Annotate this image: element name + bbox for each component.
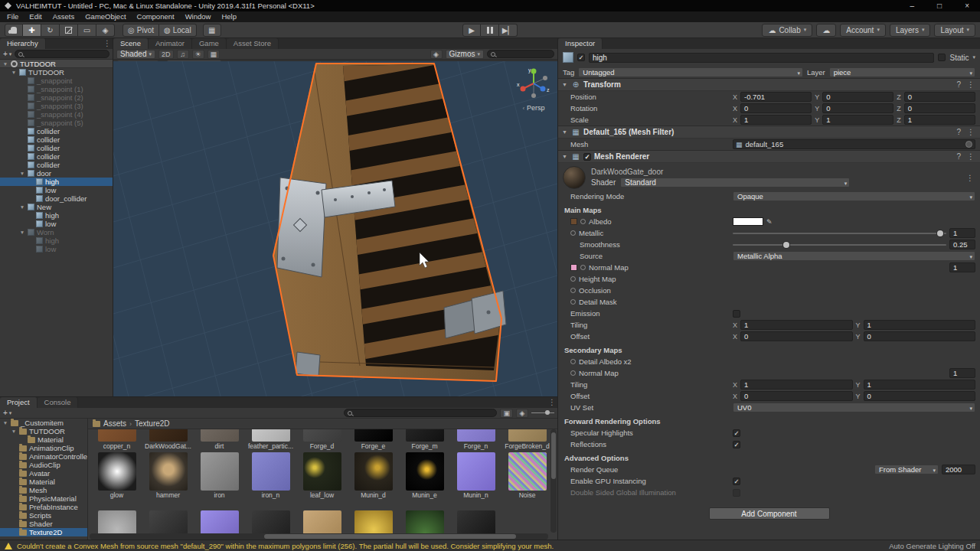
account-dropdown[interactable]: Account▾ (840, 24, 886, 37)
foldout-arrow-icon[interactable]: ▼ (2, 420, 8, 425)
asset-item[interactable] (142, 510, 194, 533)
folder-item[interactable]: Scripts (0, 511, 87, 520)
pivot-toggle[interactable]: ◎Pivot (122, 24, 159, 37)
asset-item[interactable] (399, 510, 450, 533)
hierarchy-item[interactable]: low (0, 220, 113, 228)
component-menu-icon[interactable]: ⋮ (965, 152, 976, 161)
maximize-button[interactable]: □ (937, 2, 942, 10)
tag-dropdown[interactable]: Untagged (578, 67, 803, 77)
hierarchy-item[interactable]: low (0, 186, 113, 194)
minimize-button[interactable]: – (910, 2, 915, 10)
close-button[interactable]: × (965, 2, 969, 10)
foldout-arrow-icon[interactable]: ▼ (19, 230, 25, 235)
breadcrumb-root[interactable]: Assets (103, 419, 126, 428)
menu-item[interactable]: File (2, 11, 24, 22)
tab-hierarchy[interactable]: Hierarchy (0, 38, 46, 49)
grid-snap-button[interactable]: ▦ (203, 24, 221, 37)
hierarchy-item[interactable]: _snappoint (4) (0, 110, 113, 119)
thumbnail-size-slider[interactable] (531, 409, 554, 417)
menu-item[interactable]: Component (132, 11, 180, 22)
hidden-objects-toggle[interactable]: ▦ (207, 50, 220, 59)
asset-item[interactable] (296, 510, 348, 533)
smoothness-slider[interactable] (733, 240, 946, 249)
folder-item[interactable]: Material (0, 478, 87, 486)
folder-item[interactable]: Material (0, 435, 87, 444)
perspective-label[interactable]: ‹Persp (516, 104, 551, 112)
foldout-arrow-icon[interactable]: ▼ (19, 171, 25, 176)
folder-item[interactable]: PhysicMaterial (0, 494, 87, 503)
tab-animator[interactable]: Animator (149, 38, 192, 49)
asset-item[interactable] (245, 510, 296, 533)
folder-item[interactable]: Shader (0, 520, 87, 528)
texture-slot-icon[interactable] (580, 265, 586, 270)
active-checkbox[interactable] (577, 54, 585, 61)
asset-item[interactable]: hammer (142, 452, 194, 499)
scale-tool-button[interactable] (60, 24, 78, 37)
hierarchy-menu-icon[interactable]: ⋮ (102, 38, 113, 49)
texture-slot-icon[interactable] (570, 230, 576, 236)
folder-item[interactable]: AudioClip (0, 461, 87, 469)
hierarchy-item[interactable]: high (0, 236, 113, 245)
static-dropdown-arrow[interactable]: ▾ (972, 54, 975, 60)
vertical-scrollbar[interactable] (550, 429, 557, 533)
rotation-x-field[interactable]: 0 (740, 103, 812, 113)
normal-map-value-field[interactable]: 1 (949, 262, 975, 272)
asset-item[interactable]: Forge_d (296, 429, 348, 450)
offset-x-field[interactable]: 0 (740, 331, 852, 341)
hierarchy-item[interactable]: ▼ New (0, 203, 113, 211)
scene-orientation-gizmo[interactable]: y x z (516, 66, 551, 101)
hierarchy-item[interactable]: _snappoint (0, 77, 113, 85)
foldout-arrow-icon[interactable]: ▼ (562, 154, 568, 159)
create-asset-button[interactable]: +▾ (3, 409, 11, 417)
hierarchy-item[interactable]: _snappoint (5) (0, 119, 113, 127)
component-enabled-checkbox[interactable] (583, 153, 591, 161)
asset-item[interactable] (348, 510, 399, 533)
folder-item[interactable]: PrefabInstance (0, 503, 87, 511)
secondary-tiling-x-field[interactable]: 1 (740, 380, 852, 390)
audio-toggle[interactable]: ♫ (177, 50, 189, 59)
folder-item[interactable]: Avatar (0, 469, 87, 478)
render-queue-dropdown[interactable]: From Shader (874, 465, 939, 474)
hierarchy-search-input[interactable] (15, 50, 109, 58)
specular-highlights-checkbox[interactable] (733, 429, 740, 437)
rotation-y-field[interactable]: 0 (822, 103, 893, 113)
scale-x-field[interactable]: 1 (740, 115, 812, 125)
step-button[interactable]: ▶▏ (499, 24, 518, 37)
create-object-button[interactable]: +▾ (3, 50, 11, 58)
tab-console[interactable]: Console (38, 397, 79, 408)
layers-dropdown[interactable]: Layers▾ (890, 24, 931, 37)
help-icon[interactable]: ? (955, 152, 962, 161)
texture-slot-icon[interactable] (570, 276, 576, 282)
add-component-button[interactable]: Add Component (709, 507, 830, 520)
rotation-z-field[interactable]: 0 (904, 103, 975, 113)
hand-tool-button[interactable] (5, 24, 23, 37)
texture-slot-icon[interactable] (570, 288, 576, 293)
help-icon[interactable]: ? (955, 80, 962, 89)
auto-generate-lighting-status[interactable]: Auto Generate Lighting Off (889, 542, 975, 550)
asset-item[interactable]: feather_partic... (245, 429, 296, 450)
name-field[interactable]: high (589, 53, 934, 63)
hierarchy-item[interactable]: high (0, 178, 113, 186)
local-toggle[interactable]: ◍Local (159, 24, 197, 37)
hierarchy-item[interactable]: collider (0, 127, 113, 135)
texture-slot-icon[interactable] (580, 219, 586, 224)
services-button[interactable]: ☁ (816, 24, 836, 37)
layout-dropdown[interactable]: Layout▾ (934, 24, 975, 37)
eyedropper-icon[interactable]: ✎ (766, 218, 773, 226)
hierarchy-item[interactable]: ▼ TUTDOOR (0, 60, 113, 68)
foldout-arrow-icon[interactable]: ▼ (562, 129, 568, 135)
mesh-object-field[interactable]: ▦ default_165 (733, 139, 975, 149)
foldout-arrow-icon[interactable]: ▼ (2, 61, 8, 67)
secondary-tiling-y-field[interactable]: 1 (864, 380, 975, 390)
search-by-type-icon[interactable]: ▣ (500, 409, 513, 418)
transform-tool-button[interactable]: ◈ (96, 24, 115, 37)
folder-item[interactable]: Texture2D (0, 528, 87, 536)
texture-slot-icon[interactable] (570, 359, 576, 364)
hierarchy-item[interactable]: _snappoint (1) (0, 85, 113, 93)
hierarchy-item[interactable]: collider (0, 135, 113, 144)
position-z-field[interactable]: 0 (904, 92, 975, 102)
menu-item[interactable]: Edit (24, 11, 47, 22)
rendering-mode-dropdown[interactable]: Opaque (733, 191, 975, 201)
object-picker-icon[interactable] (965, 141, 972, 148)
component-menu-icon[interactable]: ⋮ (965, 80, 976, 89)
